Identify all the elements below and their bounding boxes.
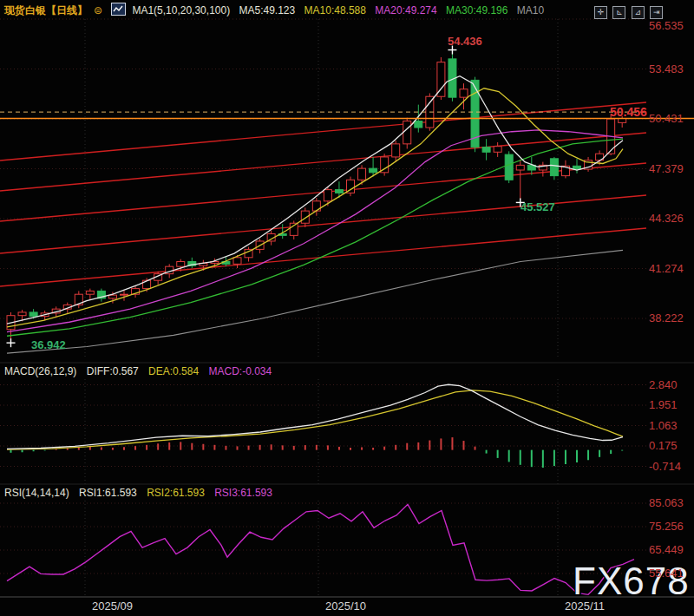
y-axis-label: 38.222 (649, 311, 684, 324)
chart-toolbar: ✛ ⊾ ⊿ ⇥ (593, 3, 663, 19)
macd-dea-value: DEA:0.584 (148, 365, 199, 377)
y-axis-label: 1.951 (649, 398, 678, 411)
chart-canvas[interactable] (0, 0, 694, 616)
rsi1-value: RSI1:61.593 (79, 487, 137, 499)
rsi3-value: RSI3:61.593 (214, 487, 272, 499)
y-axis-label: 53.483 (649, 62, 684, 75)
y-axis-label: 2.840 (649, 378, 678, 391)
exit-icon[interactable]: ⇥ (650, 6, 663, 19)
chart-window: 现货白银【日线】⊜ MA1(5,10,20,30,100) MA5:49.123… (0, 0, 694, 616)
y-axis-label: 75.256 (649, 520, 684, 533)
y-axis-label: 56.535 (649, 19, 684, 32)
axis-zoom-icon[interactable]: ⊿ (632, 6, 645, 19)
y-axis-label: 41.274 (649, 262, 684, 275)
high-annotation: 54.436 (448, 35, 482, 48)
symbol-menu-icon[interactable]: ⊜ (94, 4, 102, 16)
y-axis-label: 44.326 (649, 212, 684, 225)
ma30-value: MA30:49.196 (446, 4, 507, 16)
ma10-value: MA10:48.588 (304, 4, 366, 16)
start-low-annotation: 36.942 (31, 338, 66, 351)
y-axis-label: 65.449 (649, 543, 684, 556)
macd-diff-value: DIFF:0.567 (87, 365, 139, 377)
y-axis-label: 50.431 (649, 112, 684, 125)
y-axis-label: 0.175 (649, 439, 678, 452)
x-axis-label-sep: 2025/09 (92, 600, 133, 613)
axis-scale-icon[interactable]: ⊾ (612, 6, 625, 19)
y-axis-label: 55.641 (649, 567, 684, 580)
ma-extra-value: MA10 (517, 4, 544, 16)
y-axis-label: 1.063 (649, 419, 678, 432)
y-axis-label: 47.379 (649, 162, 684, 175)
main-header: 现货白银【日线】⊜ MA1(5,10,20,30,100) MA5:49.123… (4, 3, 550, 18)
indicator-chart-icon[interactable] (111, 3, 126, 16)
rsi-params[interactable]: RSI(14,14,14) (4, 487, 69, 499)
y-axis-label: -0.714 (649, 460, 681, 473)
low-annotation: 45.527 (520, 200, 555, 213)
macd-params[interactable]: MACD(26,12,9) (4, 365, 76, 377)
ma5-value: MA5:49.123 (239, 4, 296, 16)
y-axis-label: 85.063 (649, 496, 684, 509)
macd-value: MACD:-0.034 (208, 365, 272, 377)
rsi-header: RSI(14,14,14) RSI1:61.593 RSI2:61.593 RS… (4, 487, 279, 499)
ma-settings-label[interactable]: MA1(5,10,20,30,100) (132, 4, 230, 16)
crosshair-icon[interactable]: ✛ (594, 6, 607, 19)
macd-header: MACD(26,12,9) DIFF:0.567 DEA:0.584 MACD:… (4, 365, 278, 377)
current-price-label: 50.456 (610, 105, 647, 119)
rsi2-value: RSI2:61.593 (147, 487, 205, 499)
symbol-title[interactable]: 现货白银【日线】 (4, 4, 88, 16)
ma20-value: MA20:49.274 (375, 4, 436, 16)
x-axis-label-oct: 2025/10 (325, 600, 366, 613)
